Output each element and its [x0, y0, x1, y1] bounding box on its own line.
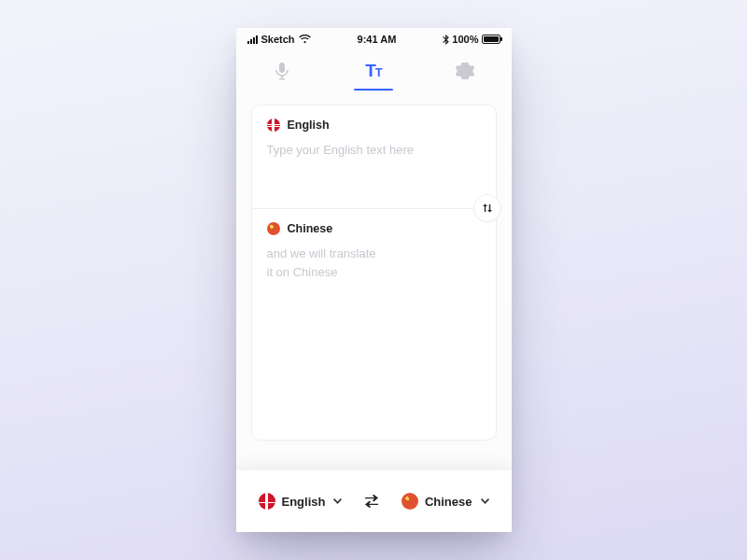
flag-cn-icon	[402, 493, 418, 510]
target-language-label: Chinese	[288, 222, 333, 235]
translation-card: English Type your English text here Chin…	[251, 105, 497, 441]
mode-tabs: TT	[236, 50, 512, 91]
source-language-picker[interactable]: English	[259, 493, 343, 510]
battery-pct: 100%	[452, 34, 478, 45]
swap-vertical-icon	[480, 201, 495, 216]
swap-languages-button[interactable]	[473, 194, 501, 222]
microphone-icon	[275, 62, 289, 80]
source-pane[interactable]: English Type your English text here	[252, 105, 496, 208]
flag-cn-icon	[267, 222, 280, 235]
tab-voice[interactable]	[249, 50, 315, 91]
source-picker-label: English	[282, 495, 326, 509]
text-icon: TT	[365, 61, 382, 81]
phone-frame: Sketch 9:41 AM 100% TT	[236, 28, 512, 532]
target-placeholder: and we will translate it on Chinese	[267, 245, 481, 281]
chevron-down-icon	[333, 498, 342, 504]
clock: 9:41 AM	[358, 34, 397, 45]
swap-languages-horizontal-button[interactable]	[362, 493, 381, 510]
target-language-row: Chinese	[267, 222, 481, 235]
carrier-label: Sketch	[261, 34, 295, 45]
target-pane[interactable]: Chinese and we will translate it on Chin…	[252, 209, 496, 440]
gear-icon	[456, 62, 474, 80]
language-picker-bar: English Chinese	[236, 470, 512, 532]
source-language-label: English	[288, 119, 330, 132]
tab-settings[interactable]	[432, 50, 498, 91]
source-placeholder: Type your English text here	[267, 141, 481, 160]
wifi-icon	[299, 35, 311, 44]
chevron-down-icon	[481, 498, 489, 504]
source-language-row: English	[267, 119, 481, 132]
signal-icon	[247, 35, 258, 44]
tab-text[interactable]: TT	[341, 50, 406, 91]
swap-horizontal-icon	[362, 493, 381, 510]
flag-uk-icon	[267, 119, 280, 132]
battery-icon	[482, 35, 500, 44]
target-language-picker[interactable]: Chinese	[402, 493, 489, 510]
bluetooth-icon	[443, 35, 449, 45]
target-picker-label: Chinese	[425, 495, 472, 509]
status-bar: Sketch 9:41 AM 100%	[236, 28, 512, 50]
flag-uk-icon	[259, 493, 275, 510]
